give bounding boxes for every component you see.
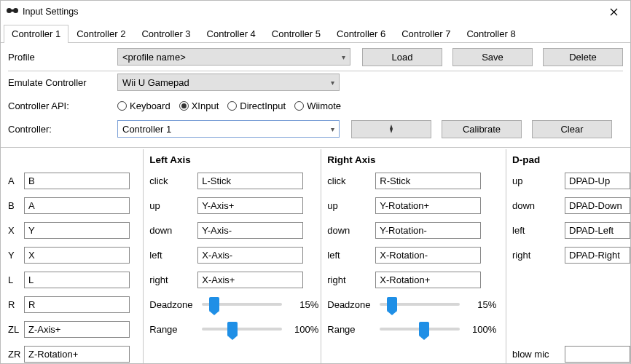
tab-controller-1[interactable]: Controller 1 <box>4 25 68 43</box>
map-input[interactable]: L <box>24 272 130 288</box>
map-input[interactable]: DPAD-Right <box>565 247 630 264</box>
blow-mic-row: blow mic <box>512 341 630 364</box>
map-input[interactable]: X-Rotation- <box>375 247 481 264</box>
clear-button[interactable]: Clear <box>532 120 612 138</box>
map-input[interactable]: DPAD-Up <box>565 173 630 189</box>
map-input[interactable]: R-Stick <box>375 173 481 189</box>
left-deadzone-slider[interactable] <box>202 303 282 306</box>
load-button[interactable]: Load <box>362 48 442 66</box>
map-label: B <box>8 200 24 211</box>
map-label: up <box>149 200 197 211</box>
map-input[interactable]: X <box>24 247 130 264</box>
left-range-row: Range 100% <box>149 317 321 341</box>
tab-controller-3[interactable]: Controller 3 <box>133 25 198 43</box>
map-label: up <box>512 175 565 186</box>
map-input[interactable]: Z-Rotation+ <box>24 346 130 363</box>
map-label: ZL <box>8 324 24 335</box>
map-row: leftX-Rotation- <box>327 242 506 267</box>
tab-controller-5[interactable]: Controller 5 <box>264 25 329 43</box>
map-input[interactable]: DPAD-Left <box>565 222 630 239</box>
map-row: clickR-Stick <box>327 168 506 193</box>
map-input[interactable]: Y-Axis+ <box>197 197 303 214</box>
profile-combo[interactable]: <profile name> ▾ <box>117 48 350 66</box>
compass-icon <box>386 124 396 134</box>
delete-button[interactable]: Delete <box>543 48 623 66</box>
emulate-combo[interactable]: Wii U Gamepad ▾ <box>117 74 340 91</box>
map-row: rightDPAD-Right <box>512 242 630 267</box>
window-title: Input Settings <box>23 7 597 17</box>
map-input[interactable]: DPAD-Down <box>565 197 630 214</box>
map-row: upDPAD-Up <box>512 168 630 193</box>
map-row: YX <box>8 242 143 267</box>
controller-combo[interactable]: Controller 1 ▾ <box>117 120 340 138</box>
chevron-down-icon: ▾ <box>331 79 334 87</box>
api-label: Controller API: <box>8 100 117 111</box>
map-input[interactable]: Y <box>24 222 130 239</box>
map-label: left <box>327 250 375 261</box>
svg-rect-2 <box>10 9 15 12</box>
map-row: RR <box>8 292 143 317</box>
blow-mic-input[interactable] <box>565 346 630 363</box>
profile-label: Profile <box>8 52 117 63</box>
tab-controller-8[interactable]: Controller 8 <box>458 25 523 43</box>
map-label: click <box>327 175 375 186</box>
tab-controller-2[interactable]: Controller 2 <box>68 25 133 43</box>
map-row: BA <box>8 193 143 218</box>
map-label: left <box>512 225 565 236</box>
left-deadzone-row: Deadzone 15% <box>149 292 321 317</box>
map-input[interactable]: X-Axis+ <box>197 272 303 288</box>
map-input[interactable]: B <box>24 173 130 189</box>
api-radio-directinput[interactable]: DirectInput <box>227 100 286 111</box>
left-axis-header: Left Axis <box>149 151 321 168</box>
map-label: R <box>8 299 24 310</box>
dpad-column: D-pad upDPAD-UpdownDPAD-DownleftDPAD-Lef… <box>506 149 630 364</box>
map-input[interactable]: X-Axis- <box>197 247 303 264</box>
map-label: down <box>512 200 565 211</box>
map-input[interactable]: L-Stick <box>197 173 303 189</box>
map-input[interactable]: Y-Axis- <box>197 222 303 239</box>
map-row: downDPAD-Down <box>512 193 630 218</box>
map-input[interactable]: X-Rotation+ <box>375 272 481 288</box>
map-label: right <box>327 274 375 285</box>
map-input[interactable]: Y-Rotation- <box>375 222 481 239</box>
api-radio-group: KeyboardXInputDirectInputWiimote <box>117 100 341 111</box>
buttons-column: ABBAXYYXLLRRZLZ-Axis+ZRZ-Rotation++Start <box>8 149 143 364</box>
map-input[interactable]: Y-Rotation+ <box>375 197 481 214</box>
map-row: clickL-Stick <box>149 168 321 193</box>
tab-controller-6[interactable]: Controller 6 <box>329 25 393 43</box>
chevron-down-icon: ▾ <box>342 53 345 61</box>
api-radio-wiimote[interactable]: Wiimote <box>294 100 341 111</box>
right-range-row: Range 100% <box>327 317 506 341</box>
map-label: up <box>327 200 375 211</box>
close-button[interactable] <box>597 1 630 23</box>
map-row: leftX-Axis- <box>149 242 321 267</box>
map-row: leftDPAD-Left <box>512 218 630 242</box>
map-label: down <box>149 225 197 236</box>
map-label: right <box>512 250 565 261</box>
map-input[interactable]: A <box>24 197 130 214</box>
right-range-slider[interactable] <box>380 328 460 331</box>
tab-controller-4[interactable]: Controller 4 <box>199 25 264 43</box>
chevron-down-icon: ▾ <box>331 125 334 133</box>
map-label: ZR <box>8 349 24 360</box>
map-input[interactable]: Z-Axis+ <box>24 321 130 338</box>
map-input[interactable]: R <box>24 296 130 313</box>
map-label: X <box>8 225 24 236</box>
tab-controller-7[interactable]: Controller 7 <box>393 25 458 43</box>
map-row: ZRZ-Rotation+ <box>8 341 143 364</box>
api-radio-xinput[interactable]: XInput <box>179 100 219 111</box>
map-label: Y <box>8 250 24 261</box>
map-label: right <box>149 274 197 285</box>
map-label: left <box>149 250 197 261</box>
map-label: A <box>8 175 24 186</box>
api-radio-keyboard[interactable]: Keyboard <box>117 100 171 111</box>
right-deadzone-slider[interactable] <box>380 303 460 306</box>
map-row: rightX-Rotation+ <box>327 267 506 292</box>
left-range-slider[interactable] <box>202 328 282 331</box>
calibrate-button[interactable]: Calibrate <box>442 120 522 138</box>
save-button[interactable]: Save <box>452 48 533 66</box>
map-label: L <box>8 274 24 285</box>
map-row: upY-Rotation+ <box>327 193 506 218</box>
map-row: upY-Axis+ <box>149 193 321 218</box>
detect-button[interactable] <box>351 120 431 138</box>
